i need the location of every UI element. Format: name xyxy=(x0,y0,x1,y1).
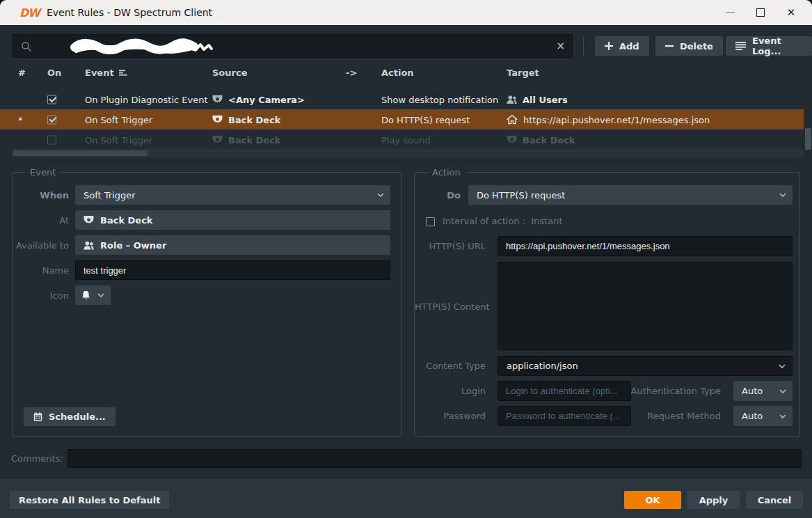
action-panel: Action Do Do HTTP(S) request Interval of… xyxy=(414,172,800,437)
plus-icon xyxy=(605,42,613,50)
clear-search-icon[interactable]: × xyxy=(556,40,565,52)
rule-source-cell: Back Deck xyxy=(212,134,281,145)
at-label: At xyxy=(13,215,69,226)
http-content-textarea[interactable] xyxy=(497,262,793,350)
dw-logo: DW xyxy=(19,6,40,19)
bell-icon xyxy=(81,290,90,300)
toolbar-divider xyxy=(583,36,584,56)
apply-button[interactable]: Apply xyxy=(687,491,740,509)
http-url-input[interactable] xyxy=(497,236,793,256)
rule-enabled-checkbox[interactable] xyxy=(47,115,56,124)
password-input[interactable] xyxy=(497,406,631,426)
maximize-icon xyxy=(756,8,765,17)
rule-row-1[interactable]: On Plugin Diagnostic Event <Any Camera> … xyxy=(0,89,804,109)
when-value: Soft Trigger xyxy=(83,190,136,201)
camera-icon xyxy=(212,136,223,144)
restore-button-label: Restore All Rules to Default xyxy=(19,495,160,505)
at-value: Back Deck xyxy=(100,215,153,226)
login-input[interactable] xyxy=(497,381,631,401)
interval-of-action-checkbox[interactable] xyxy=(426,217,435,226)
at-camera-button[interactable]: Back Deck xyxy=(75,210,390,230)
chevron-down-icon xyxy=(779,193,786,197)
rule-target-cell: https://api.pushover.net/1/messages.json xyxy=(507,114,710,125)
add-button-label: Add xyxy=(619,41,639,52)
interval-of-action-label: Interval of action : Instant xyxy=(443,216,563,226)
request-method-dropdown[interactable]: Auto xyxy=(733,406,793,426)
when-dropdown[interactable]: Soft Trigger xyxy=(75,185,390,205)
header-num[interactable]: # xyxy=(18,68,26,78)
rule-enabled-checkbox[interactable] xyxy=(47,135,56,144)
calendar-icon xyxy=(33,412,42,421)
event-rules-dialog: DW Event Rules - DW Spectrum Client ✕ × … xyxy=(0,0,812,518)
camera-icon xyxy=(212,116,223,124)
chevron-down-icon xyxy=(779,389,786,393)
close-button[interactable]: ✕ xyxy=(776,0,806,25)
window-controls: ✕ xyxy=(715,0,806,25)
event-log-button[interactable]: Event Log... xyxy=(726,36,812,56)
content-type-value: application/json xyxy=(507,361,578,371)
vertical-scrollbar-thumb[interactable] xyxy=(805,128,811,150)
users-icon xyxy=(83,241,94,250)
http-content-label: HTTP(S) Content xyxy=(415,301,486,312)
header-action[interactable]: Action xyxy=(381,68,414,78)
content-type-label: Content Type xyxy=(415,361,486,371)
ok-button[interactable]: OK xyxy=(624,491,681,509)
horizontal-scrollbar[interactable] xyxy=(12,149,804,157)
maximize-button[interactable] xyxy=(745,0,776,25)
search-redaction-scribble xyxy=(70,38,222,56)
rule-event-cell: On Plugin Diagnostic Event xyxy=(85,94,208,104)
header-on[interactable]: On xyxy=(47,68,61,78)
ok-button-label: OK xyxy=(645,495,660,505)
authentication-type-value: Auto xyxy=(742,386,763,396)
search-icon xyxy=(21,41,32,52)
password-label: Password xyxy=(415,411,486,421)
restore-all-rules-button[interactable]: Restore All Rules to Default xyxy=(10,491,169,509)
do-dropdown[interactable]: Do HTTP(S) request xyxy=(468,185,793,205)
authentication-type-dropdown[interactable]: Auto xyxy=(733,381,793,401)
cancel-button[interactable]: Cancel xyxy=(746,491,803,509)
comments-label: Comments: xyxy=(11,453,63,464)
authentication-type-label: Authentication Type xyxy=(623,386,721,396)
header-event[interactable]: Event xyxy=(85,68,127,78)
delete-rule-button[interactable]: Delete xyxy=(655,36,723,56)
chevron-down-icon xyxy=(377,193,384,197)
name-label: Name xyxy=(13,265,69,276)
search-field[interactable]: × xyxy=(12,34,573,58)
rule-row-2-selected[interactable]: * On Soft Trigger Back Deck Do HTTP(S) r… xyxy=(0,109,804,130)
do-label: Do xyxy=(415,190,461,201)
delete-button-label: Delete xyxy=(680,41,713,52)
camera-icon xyxy=(83,216,94,224)
comments-input[interactable] xyxy=(67,449,802,468)
name-input[interactable] xyxy=(75,260,390,280)
rule-enabled-checkbox[interactable] xyxy=(47,95,56,104)
users-icon xyxy=(507,95,517,104)
available-to-label: Available to xyxy=(13,240,69,251)
request-method-value: Auto xyxy=(742,411,763,421)
event-log-icon xyxy=(735,42,746,50)
rule-source-cell: Back Deck xyxy=(212,114,281,125)
modified-indicator: * xyxy=(18,114,23,125)
table-header: # On Event Source -> Action Target xyxy=(0,63,804,84)
chevron-down-icon xyxy=(97,293,104,297)
http-url-label: HTTP(S) URL xyxy=(415,241,486,251)
header-target[interactable]: Target xyxy=(507,68,539,78)
rule-row-3-disabled[interactable]: On Soft Trigger Back Deck Play sound Bac… xyxy=(0,130,804,150)
content-type-dropdown[interactable]: application/json xyxy=(497,356,793,376)
header-source[interactable]: Source xyxy=(212,68,247,78)
action-panel-legend: Action xyxy=(427,167,465,178)
icon-dropdown[interactable] xyxy=(75,285,111,305)
window-title: Event Rules - DW Spectrum Client xyxy=(47,7,212,18)
horizontal-scrollbar-thumb[interactable] xyxy=(13,150,148,156)
rule-action-cell: Show desktop notification xyxy=(381,94,498,104)
interval-value: Instant xyxy=(531,216,562,226)
footer-bar: Restore All Rules to Default OK Apply Ca… xyxy=(0,479,812,518)
close-icon: ✕ xyxy=(787,8,796,18)
add-rule-button[interactable]: Add xyxy=(595,36,649,56)
minimize-button[interactable] xyxy=(715,0,745,25)
apply-button-label: Apply xyxy=(699,495,729,505)
do-value: Do HTTP(S) request xyxy=(477,190,565,201)
available-to-button[interactable]: Role – Owner xyxy=(75,235,390,255)
rule-event-cell: On Soft Trigger xyxy=(85,114,152,125)
schedule-button[interactable]: Schedule... xyxy=(24,407,116,426)
sort-indicator-icon xyxy=(119,70,127,77)
